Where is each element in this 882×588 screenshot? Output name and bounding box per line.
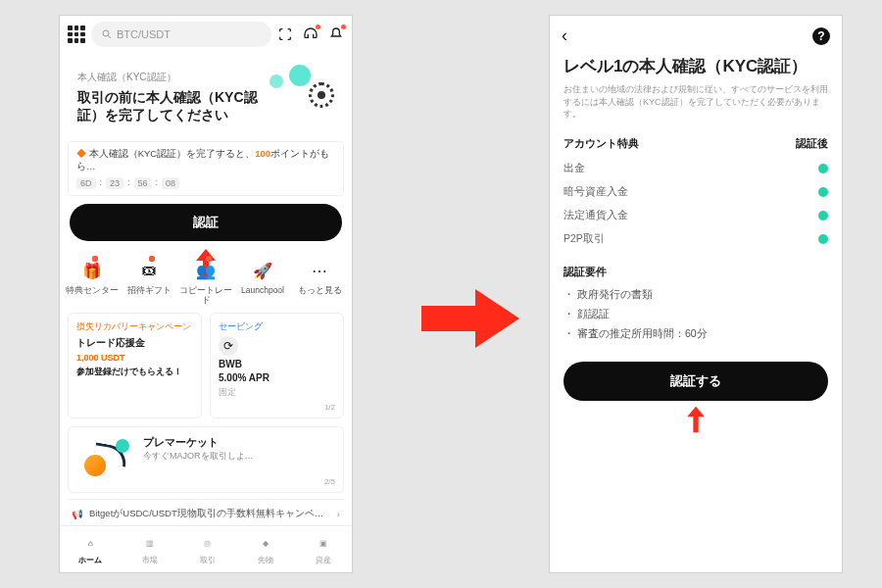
- pager: 2/5: [324, 477, 335, 486]
- benefits-list: 出金 暗号資産入金 法定通貨入金 P2P取引: [564, 157, 828, 251]
- requirement-item: ・ 顔認証: [564, 305, 828, 324]
- megaphone-icon: 📢: [72, 509, 83, 519]
- quick-more[interactable]: ⋯もっと見る: [293, 259, 346, 305]
- kyc-top-bar: ‹ ?: [550, 16, 842, 56]
- requirement-item: ・ 政府発行の書類: [564, 285, 828, 305]
- rocket-icon: 🚀: [251, 259, 274, 282]
- pager: 1/2: [324, 403, 335, 412]
- ticket-icon: 🎟: [137, 259, 161, 282]
- requirement-item: ・ 審査の推定所用時間：60分: [564, 324, 828, 344]
- home-screen: BTC/USDT 本人確認（KYC認証） 取引の前に本人確認（KYC認証）を完了…: [59, 15, 353, 573]
- benefit-row: 暗号資産入金: [564, 180, 828, 204]
- card-premarket[interactable]: プレマーケット 今すぐMAJORを取引しよ… 2/5: [68, 426, 344, 493]
- promo-cards: 損失リカバリーキャンペーン トレード応援金 1,000 USDT 参加登録だけで…: [68, 313, 344, 418]
- promo-prefix: 本人確認（KYC認証）を完了すると、: [89, 148, 256, 159]
- benefit-row: 出金: [564, 157, 828, 180]
- verify-button[interactable]: 認証: [70, 204, 342, 241]
- chevron-right-icon: ›: [337, 509, 340, 519]
- benefit-row: 法定通貨入金: [564, 204, 828, 227]
- top-bar: BTC/USDT: [60, 16, 352, 53]
- home-icon: ⌂: [80, 533, 100, 553]
- check-dot-icon: [818, 211, 828, 220]
- check-dot-icon: [818, 164, 828, 173]
- help-icon[interactable]: ?: [812, 27, 830, 45]
- chart-icon: ▥: [140, 533, 160, 553]
- premarket-graphic: [76, 435, 135, 484]
- nav-home[interactable]: ⌂ホーム: [78, 533, 102, 565]
- scan-icon[interactable]: [277, 26, 293, 42]
- bottom-nav: ⌂ホーム ▥市場 ◎取引 ◆先物 ▣資産: [60, 525, 352, 572]
- support-icon[interactable]: [303, 26, 318, 42]
- requirements-list: ・ 政府発行の書類 ・ 顔認証 ・ 審査の推定所用時間：60分: [564, 285, 828, 344]
- wallet-icon: ▣: [314, 533, 333, 553]
- search-placeholder: BTC/USDT: [117, 28, 171, 40]
- kyc-title: 取引の前に本人確認（KYC認証）を完了してください: [77, 88, 273, 123]
- trade-icon: ◎: [198, 533, 218, 553]
- futures-icon: ◆: [256, 533, 275, 553]
- nav-futures[interactable]: ◆先物: [256, 533, 275, 565]
- nav-assets[interactable]: ▣資産: [314, 533, 333, 565]
- nav-trade[interactable]: ◎取引: [198, 533, 218, 565]
- quick-copytrade[interactable]: 👥コピートレード: [179, 259, 232, 305]
- people-icon: 👥: [194, 259, 218, 282]
- kyc-banner[interactable]: 本人確認（KYC認証） 取引の前に本人確認（KYC認証）を完了してください: [68, 61, 344, 133]
- bell-icon[interactable]: [328, 26, 344, 42]
- token-icon: ⟳: [219, 336, 238, 356]
- search-input[interactable]: BTC/USDT: [91, 22, 271, 47]
- quick-rewards[interactable]: 🎁特典センター: [66, 259, 119, 305]
- check-dot-icon: [818, 234, 828, 244]
- card-saving[interactable]: セービング ⟳ BWB 5.00% APR 固定 1/2: [210, 313, 344, 418]
- benefit-row: P2P取引: [564, 227, 828, 251]
- start-verify-button[interactable]: 認証する: [564, 362, 828, 401]
- kyc-detail-screen: ‹ ? レベル1の本人確認（KYC認証） お住まいの地域の法律および規制に従い、…: [549, 15, 843, 573]
- quick-invite[interactable]: 🎟招待ギフト: [122, 259, 175, 305]
- requirements-header: 認証要件: [564, 265, 828, 279]
- promo-points: 100: [255, 148, 270, 159]
- kyc-page-sub: お住まいの地域の法律および規制に従い、すべてのサービスを利用するには本人確認（K…: [564, 83, 828, 121]
- check-dot-icon: [818, 187, 828, 197]
- countdown: 6D: 23: 56: 08: [76, 177, 335, 189]
- quick-links: 🎁特典センター 🎟招待ギフト 👥コピートレード 🚀Launchpool ⋯もっと…: [64, 259, 348, 305]
- card-recovery[interactable]: 損失リカバリーキャンペーン トレード応援金 1,000 USDT 参加登録だけで…: [68, 313, 202, 418]
- gift-icon: 🎁: [80, 259, 104, 282]
- annotation-arrow-icon: [564, 405, 828, 436]
- kyc-promo[interactable]: ◆ 本人確認（KYC認証）を完了すると、100ポイントがもら… 6D: 23: …: [68, 141, 344, 196]
- kyc-page-title: レベル1の本人確認（KYC認証）: [564, 56, 828, 77]
- quick-launchpool[interactable]: 🚀Launchpool: [236, 259, 289, 305]
- svg-point-0: [103, 30, 109, 36]
- search-icon: [101, 28, 113, 40]
- apps-grid-icon[interactable]: [68, 25, 85, 43]
- svg-line-1: [109, 36, 112, 39]
- benefits-header: アカウント特典 認証後: [564, 136, 828, 151]
- more-icon: ⋯: [308, 259, 331, 282]
- back-icon[interactable]: ‹: [562, 25, 567, 46]
- news-ticker[interactable]: 📢 BitgetがUSDC/USDT現物取引の手数料無料キャンペ… ›: [68, 499, 344, 528]
- flow-arrow-icon: [421, 284, 519, 357]
- nav-markets[interactable]: ▥市場: [140, 533, 160, 565]
